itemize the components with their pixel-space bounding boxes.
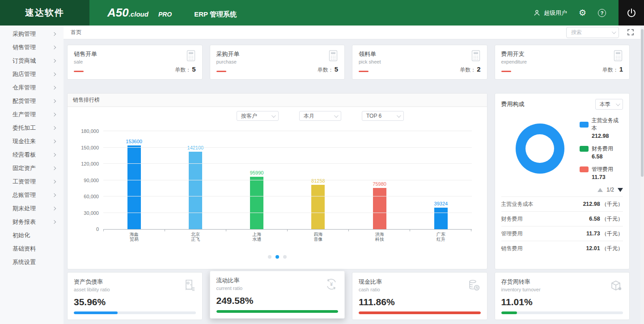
- progress-fill: [216, 310, 339, 313]
- sidebar-item-基础资料[interactable]: 基础资料: [0, 242, 64, 256]
- logout-button[interactable]: [619, 0, 644, 26]
- bar[interactable]: [434, 208, 448, 229]
- sidebar-item-财务报表[interactable]: 财务报表: [0, 215, 64, 229]
- carousel-dot[interactable]: [283, 255, 287, 259]
- carousel-dot[interactable]: [275, 255, 279, 259]
- pager-up-icon[interactable]: [597, 188, 603, 192]
- x-label-line: 广东: [410, 232, 471, 237]
- expense-value: 6.58 （千元）: [589, 215, 623, 223]
- username: 超级用户: [544, 9, 567, 17]
- bar[interactable]: [127, 145, 141, 229]
- fullscreen-icon[interactable]: [627, 29, 634, 36]
- bar[interactable]: [373, 188, 386, 229]
- tick: [165, 230, 226, 231]
- chevron-right-icon: [52, 99, 56, 103]
- expense-rows: 主营业务成本212.98 （千元）财务费用6.58 （千元）管理费用11.73 …: [501, 196, 623, 256]
- legend-item: 主营业务成本212.98: [580, 117, 623, 139]
- user-icon: [533, 9, 541, 17]
- stat-title: 领料单: [359, 50, 481, 58]
- bars: 15360014210095990812587598039324: [103, 131, 472, 229]
- sidebar-item-采购管理[interactable]: 采购管理: [0, 27, 64, 41]
- stat-subtitle: expenditure: [501, 59, 623, 64]
- calculator-icon: [612, 50, 624, 64]
- sidebar-item-订货商城[interactable]: 订货商城: [0, 54, 64, 68]
- sidebar-item-经营看板[interactable]: 经营看板: [0, 148, 64, 162]
- box-icon: [610, 279, 623, 294]
- stat-card-sale[interactable]: 销售开单 sale 单数：5: [67, 45, 203, 80]
- kpi-subtitle: asset libility ratio: [74, 287, 196, 292]
- chart-filters: 按客户本月TOP 6: [237, 111, 487, 121]
- pager-text: 1/2: [606, 187, 614, 193]
- chevron-right-icon: [52, 193, 56, 197]
- kpi-value: 111.86%: [359, 297, 481, 307]
- chevron-right-icon: [52, 59, 56, 63]
- sidebar-item-初始化[interactable]: 初始化: [0, 229, 64, 242]
- count-value: 1: [619, 65, 623, 73]
- carousel-dot[interactable]: [268, 255, 271, 259]
- sidebar-item-销售管理[interactable]: 销售管理: [0, 41, 64, 54]
- progress-fill: [359, 311, 481, 314]
- bar-value-label: 39324: [434, 201, 448, 206]
- sidebar-item-仓库管理[interactable]: 仓库管理: [0, 81, 64, 94]
- donut-legend: 主营业务成本212.98财务费用6.58管理费用11.73: [580, 117, 623, 180]
- chevron-right-icon: [52, 86, 56, 90]
- stat-card-purchase[interactable]: 采购开单 purchase 单数：5: [210, 45, 345, 80]
- sidebar-item-生产管理[interactable]: 生产管理: [0, 108, 64, 121]
- progress-track: [74, 311, 196, 314]
- sidebar-item-跑店管理[interactable]: 跑店管理: [0, 68, 64, 81]
- tick: [288, 230, 349, 231]
- sales-ranking-panel: 销售排行榜 按客户本月TOP 6 15360014210095990812587…: [67, 93, 487, 269]
- sidebar-item-配货管理[interactable]: 配货管理: [0, 94, 64, 108]
- settings-icon[interactable]: ⚙: [579, 9, 586, 17]
- donut-chart: [516, 124, 565, 174]
- filter-value: 本月: [304, 112, 314, 120]
- sidebar-item-现金往来[interactable]: 现金往来: [0, 135, 64, 148]
- count-label: 单数：: [460, 67, 476, 73]
- bar[interactable]: [250, 177, 263, 229]
- gridline: [103, 213, 472, 213]
- scrollbar-thumb[interactable]: [641, 29, 644, 177]
- chevron-down-icon: [612, 30, 616, 34]
- x-label-line: 水通: [226, 237, 288, 242]
- y-axis-label: 150,000: [81, 145, 99, 150]
- vertical-scrollbar[interactable]: [640, 26, 644, 324]
- kpi-card-current-ratio[interactable]: 流动比率 current ratio ¥ 249.58%: [210, 271, 345, 319]
- bar-value-label: 95990: [250, 170, 264, 175]
- sidebar-item-期末处理[interactable]: 期末处理: [0, 202, 64, 215]
- pager-down-icon[interactable]: [618, 188, 623, 192]
- stat-card-expenditure[interactable]: 费用开支 expenditure 单数：1: [495, 45, 630, 80]
- sidebar-item-label: 订货商城: [13, 57, 36, 65]
- tick: [103, 230, 165, 231]
- filter-select[interactable]: 本月: [299, 111, 341, 121]
- filter-select[interactable]: TOP 6: [362, 111, 404, 121]
- kpi-card-asset-liability-ratio[interactable]: 资产负债率 asset libility ratio 35.96%: [67, 272, 203, 320]
- breadcrumb[interactable]: 首页: [71, 29, 81, 36]
- product-name: A50: [107, 6, 129, 20]
- x-label-line: 四海: [288, 232, 349, 237]
- kpi-card-inventory-turnover[interactable]: 存货周转率 inventory turnover 11.01%: [495, 272, 630, 320]
- dashboard: 销售开单 sale 单数：5 采购开单 purchase 单数：5 领料单 pi…: [64, 39, 640, 324]
- sidebar-item-系统设置[interactable]: 系统设置: [0, 256, 64, 269]
- legend-label: 主营业务成本: [592, 117, 623, 132]
- count-label: 单数：: [175, 67, 191, 73]
- period-select[interactable]: 本季: [595, 99, 623, 110]
- x-label-line: 贸易: [103, 237, 165, 242]
- help-icon[interactable]: ?: [598, 9, 606, 17]
- sidebar-item-委托加工[interactable]: 委托加工: [0, 121, 64, 135]
- chevron-right-icon: [52, 46, 56, 49]
- sidebar-item-总账管理[interactable]: 总账管理: [0, 188, 64, 202]
- user-menu[interactable]: 超级用户: [533, 9, 567, 17]
- filter-select[interactable]: 按客户: [237, 111, 279, 121]
- sidebar-item-工资管理[interactable]: 工资管理: [0, 175, 64, 188]
- kpi-card-cash-ratio[interactable]: 现金比率 cash ratio 111.86%: [352, 272, 487, 320]
- sidebar-item-label: 经营看板: [13, 151, 36, 159]
- app-header: 速达软件 A50 .cloud PRO ERP 管理系统 超级用户 ⚙ ?: [0, 0, 644, 26]
- stat-card-pick-sheet[interactable]: 领料单 pick sheet 单数：2: [352, 45, 487, 80]
- sidebar-item-label: 委托加工: [13, 124, 36, 132]
- app-logo[interactable]: 速达软件: [0, 0, 89, 26]
- sidebar-item-固定资产[interactable]: 固定资产: [0, 162, 64, 175]
- search-input[interactable]: 搜索: [566, 27, 619, 38]
- bar[interactable]: [311, 185, 325, 229]
- legend-chip: [580, 122, 589, 128]
- stat-title: 费用开支: [501, 50, 623, 58]
